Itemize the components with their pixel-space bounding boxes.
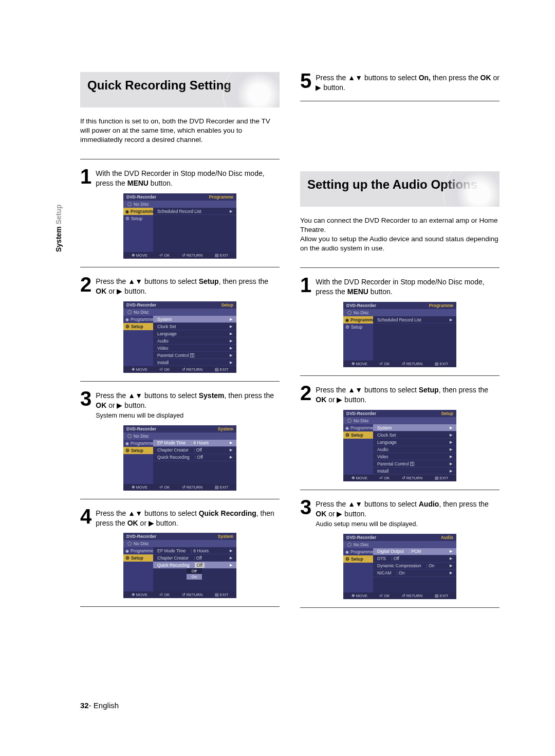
tv-icon [125, 209, 129, 214]
divider [300, 267, 499, 268]
gear-icon [125, 216, 130, 221]
osd-audio: DVD-RecorderAudio No Disc Programme Setu… [343, 534, 456, 599]
step-5: 5 Press the ▲▼ buttons to select On, the… [300, 72, 499, 93]
divider [80, 159, 280, 159]
step-number: 3 [80, 390, 91, 420]
step-1: 1 With the DVD Recorder in Stop mode/No … [80, 168, 280, 188]
intro-audio: You can connect the DVD Recorder to an e… [300, 216, 499, 254]
section-audio-options: Setting up the Audio Options [300, 171, 499, 207]
osd-setup-r: DVD-RecorderSetup No Disc Programme Setu… [343, 410, 456, 481]
audio-step-1: 1 With the DVD Recorder in Stop mode/No … [300, 276, 499, 297]
disc-icon [127, 310, 132, 314]
osd-programme-r: DVD-RecorderProgramme No Disc Programme … [343, 302, 456, 367]
osd-programme: DVD-RecorderProgramme No Disc Programme … [123, 193, 236, 259]
step-number: 1 [300, 276, 311, 297]
step-3: 3 Press the ▲▼ buttons to select System,… [80, 390, 280, 420]
disc-decoration [223, 72, 280, 107]
left-column: Quick Recording Setting If this function… [80, 72, 280, 616]
setup-list: System▶ Clock Set▶ Language▶ Audio▶ Vide… [153, 316, 236, 366]
osd-system: DVD-RecorderSystem No Disc Programme Set… [123, 425, 236, 491]
step-3-text: Press the ▲▼ buttons to select System, t… [96, 390, 280, 420]
divider [80, 499, 280, 499]
divider [300, 490, 499, 490]
step-5-text: Press the ▲▼ buttons to select On, then … [316, 72, 499, 93]
divider [80, 381, 280, 382]
divider [300, 101, 499, 101]
side-tab: System Setup [54, 204, 63, 252]
divider [80, 267, 280, 267]
audio-step-2: 2 Press the ▲▼ buttons to select Setup, … [300, 384, 499, 405]
step-number: 5 [300, 72, 311, 93]
divider [300, 607, 499, 608]
step-number: 4 [80, 508, 91, 528]
dropdown-options: Off On [187, 568, 202, 580]
step-2: 2 Press the ▲▼ buttons to select Setup, … [80, 276, 280, 296]
step-4-text: Press the ▲▼ buttons to select Quick Rec… [96, 508, 280, 528]
osd-setup: DVD-RecorderSetup No Disc Programme Setu… [123, 301, 236, 373]
audio-step-3: 3 Press the ▲▼ buttons to select Audio, … [300, 498, 499, 529]
divider [80, 606, 280, 607]
intro-quick-recording: If this function is set to on, both the … [80, 117, 280, 145]
step-number: 2 [300, 384, 311, 405]
disc-decoration [443, 171, 499, 207]
section-quick-recording: Quick Recording Setting [80, 72, 280, 107]
disc-icon [127, 202, 132, 206]
step-number: 3 [300, 498, 311, 529]
page-footer: 32- English [80, 701, 119, 710]
step-number: 1 [80, 168, 91, 188]
step-1-text: With the DVD Recorder in Stop mode/No Di… [96, 168, 280, 188]
divider [300, 375, 499, 376]
step-4: 4 Press the ▲▼ buttons to select Quick R… [80, 508, 280, 528]
step-number: 2 [80, 276, 91, 296]
step-2-text: Press the ▲▼ buttons to select Setup, th… [96, 276, 280, 296]
right-column: 5 Press the ▲▼ buttons to select On, the… [300, 72, 499, 616]
osd-quick-recording: DVD-RecorderSystem No Disc Programme Set… [123, 533, 236, 598]
